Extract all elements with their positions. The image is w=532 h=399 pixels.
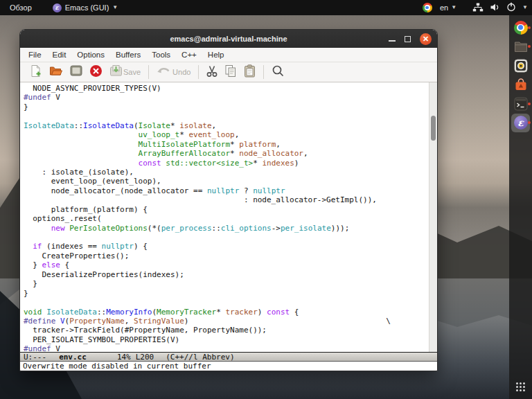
- dock-item-terminal[interactable]: [509, 94, 532, 114]
- save-button[interactable]: Save: [106, 63, 144, 82]
- top-bar: Обзор ε Emacs (GUI) ▼ en ▼: [0, 0, 532, 15]
- new-file-button[interactable]: [26, 63, 46, 82]
- code-line: IsolateData::IsolateData(Isolate* isolat…: [24, 121, 429, 130]
- dock-item-ubuntu-software[interactable]: [509, 76, 532, 95]
- scrollbar[interactable]: [429, 82, 437, 352]
- language-indicator[interactable]: en ▼: [440, 3, 456, 12]
- toolbar-separator: [198, 65, 199, 79]
- toolbar: SaveUndo: [20, 62, 437, 82]
- menu-tools[interactable]: Tools: [146, 51, 176, 59]
- undo-icon: [157, 66, 172, 79]
- code-line: PER_ISOLATE_SYMBOL_PROPERTIES(V): [24, 335, 429, 344]
- copy-button[interactable]: [221, 63, 240, 82]
- running-indicator-dot: [528, 45, 531, 48]
- kill-buffer-button[interactable]: [86, 63, 106, 82]
- running-indicator-dot: [528, 121, 531, 124]
- system-status-area[interactable]: ▼: [472, 2, 528, 13]
- chrome-icon: [514, 21, 528, 35]
- maximize-button[interactable]: [405, 36, 411, 42]
- emacs-icon: ε: [514, 116, 528, 130]
- minimize-button[interactable]: [389, 40, 396, 42]
- code-line: }: [24, 289, 429, 298]
- code-line: void IsolateData::MemoryInfo(MemoryTrack…: [24, 308, 429, 317]
- code-line: NODE_ASYNC_PROVIDER_TYPES(V): [24, 84, 429, 93]
- editor-area[interactable]: NODE_ASYNC_PROVIDER_TYPES(V)#undef V} Is…: [20, 82, 437, 352]
- echo-message: Overwrite mode disabled in current buffe…: [23, 362, 211, 371]
- code-line: if (indexes == nullptr) {: [24, 242, 429, 251]
- search-icon: [272, 64, 284, 80]
- directory-button[interactable]: [66, 64, 86, 80]
- code-line: #undef V: [24, 344, 429, 352]
- menu-options[interactable]: Options: [71, 51, 110, 59]
- code-line: }: [24, 103, 429, 112]
- dock-item-emacs[interactable]: ε: [509, 114, 532, 133]
- code-line: [24, 298, 429, 307]
- show-applications-button[interactable]: [509, 382, 532, 395]
- toolbar-separator: [263, 65, 264, 79]
- running-indicator-dot: [528, 103, 531, 105]
- volume-icon: [490, 3, 500, 13]
- chevron-down-icon: ▼: [112, 5, 118, 10]
- cut-button[interactable]: [203, 63, 221, 82]
- menu-c-[interactable]: C++: [176, 51, 202, 59]
- save-icon: [109, 64, 123, 80]
- code-line: event_loop_(event_loop),: [24, 177, 429, 186]
- scroll-percent: 14%: [117, 353, 131, 362]
- line-number: L200: [136, 353, 154, 362]
- toolbar-separator: [148, 65, 149, 79]
- code-line: DeserializeProperties(indexes);: [24, 270, 429, 279]
- menu-file[interactable]: File: [23, 51, 47, 59]
- close-button[interactable]: ✕: [420, 33, 432, 45]
- code-line: } else {: [24, 260, 429, 269]
- code-line: options_.reset(: [24, 214, 429, 223]
- search-button[interactable]: [268, 63, 287, 81]
- code-line: platform_(platform) {: [24, 205, 429, 214]
- undo-button[interactable]: Undo: [153, 64, 194, 80]
- dock-item-files[interactable]: [509, 37, 532, 57]
- dock-items: ε: [509, 18, 532, 132]
- mode-line[interactable]: U:--- env.cc 14% L200 (C++//l Abbrev): [20, 352, 437, 362]
- app-menu[interactable]: ε Emacs (GUI) ▼: [53, 3, 118, 12]
- desktop: Обзор ε Emacs (GUI) ▼ en ▼: [0, 0, 532, 399]
- code-line: [24, 112, 429, 121]
- terminal-icon: [514, 97, 528, 111]
- code-line: : node_allocator->GetImpl()),: [24, 195, 429, 204]
- code-line: : isolate_(isolate),: [24, 168, 429, 177]
- code-line: ArrayBufferAllocator* node_allocator,: [24, 149, 429, 158]
- chevron-down-icon: ▼: [451, 5, 456, 10]
- kill-buffer-icon: [89, 64, 103, 80]
- menu-edit[interactable]: Edit: [47, 51, 72, 59]
- code-line: [24, 233, 429, 242]
- buffer-name: env.cc: [59, 353, 87, 362]
- open-folder-button[interactable]: [46, 64, 66, 81]
- menu-buffers[interactable]: Buffers: [110, 51, 146, 59]
- echo-area: Overwrite mode disabled in current buffe…: [20, 362, 437, 371]
- code-line: const std::vector<size_t>* indexes): [24, 159, 429, 168]
- chevron-down-icon: ▼: [522, 5, 528, 10]
- code-line: tracker->TrackField(#PropertyName, Prope…: [24, 326, 429, 335]
- code-line: new PerIsolateOptions(*(per_process::cli…: [24, 224, 429, 233]
- emacs-window: emacs@admiral-virtual-machine ✕ FileEdit…: [19, 29, 438, 371]
- open-folder-icon: [49, 65, 63, 80]
- cut-icon: [206, 64, 218, 80]
- code-area: NODE_ASYNC_PROVIDER_TYPES(V)#undef V} Is…: [20, 82, 429, 352]
- buffer-status: U:---: [24, 353, 46, 362]
- scrollbar-thumb[interactable]: [431, 116, 436, 141]
- code-line: #define V(PropertyName, StringValue) \: [24, 317, 429, 326]
- dock-item-chrome[interactable]: [509, 18, 532, 37]
- dock-item-camera[interactable]: [509, 56, 532, 76]
- paste-button[interactable]: [240, 63, 259, 82]
- directory-icon: [70, 65, 82, 79]
- chrome-tray-icon[interactable]: [423, 3, 432, 12]
- copy-icon: [224, 64, 237, 80]
- code-line: }: [24, 279, 429, 288]
- ubuntu-software-icon: [514, 78, 528, 91]
- running-indicator-dot: [528, 26, 531, 29]
- title-bar[interactable]: emacs@admiral-virtual-machine ✕: [20, 30, 437, 48]
- code-line: #undef V: [24, 93, 429, 102]
- language-label: en: [440, 3, 448, 12]
- mode-string: (C++//l Abbrev): [166, 353, 234, 362]
- menu-help[interactable]: Help: [202, 51, 230, 59]
- window-title: emacs@admiral-virtual-machine: [170, 35, 287, 43]
- activities-button[interactable]: Обзор: [7, 3, 35, 12]
